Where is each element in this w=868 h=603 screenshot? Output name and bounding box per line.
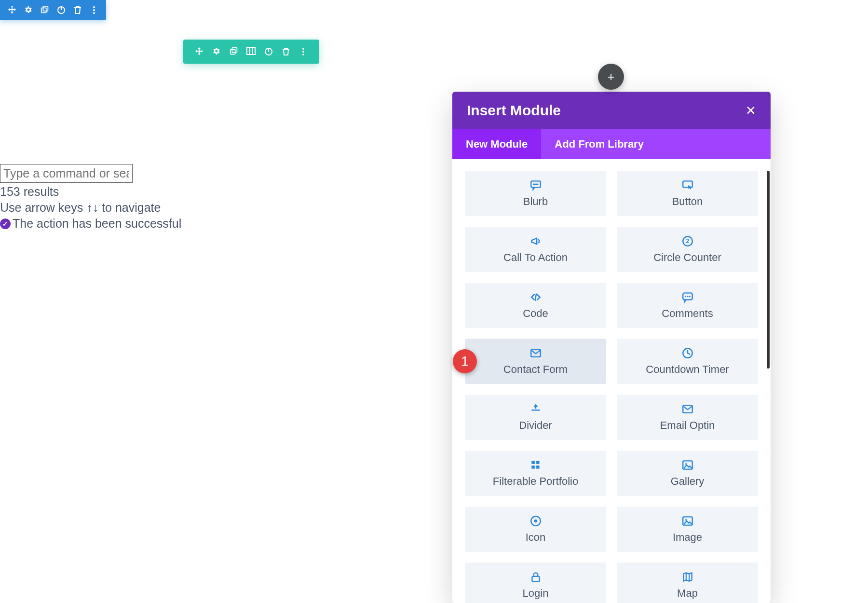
move-icon[interactable] bbox=[7, 5, 17, 15]
module-item-comments[interactable]: Comments bbox=[617, 283, 758, 328]
module-label: Login bbox=[523, 587, 549, 600]
results-count: 153 results bbox=[0, 185, 181, 199]
trash-icon[interactable] bbox=[72, 5, 83, 15]
module-label: Button bbox=[672, 195, 703, 208]
modal-title: Insert Module bbox=[467, 102, 561, 119]
trash-icon[interactable] bbox=[281, 46, 291, 57]
module-label: Code bbox=[523, 307, 548, 320]
section-toolbar bbox=[0, 0, 106, 20]
check-circle-icon: ✓ bbox=[0, 219, 11, 229]
nav-hint: Use arrow keys ↑↓ to navigate bbox=[0, 201, 181, 215]
row-toolbar bbox=[183, 40, 319, 64]
duplicate-icon[interactable] bbox=[229, 46, 239, 57]
comment-dots-icon bbox=[681, 291, 694, 303]
module-item-contact-form[interactable]: Contact Form bbox=[465, 339, 606, 384]
message-square-icon bbox=[529, 179, 542, 192]
more-icon[interactable] bbox=[298, 46, 309, 57]
close-icon[interactable]: ✕ bbox=[746, 103, 756, 118]
grid-icon bbox=[529, 459, 542, 471]
module-label: Gallery bbox=[671, 475, 705, 488]
module-label: Filterable Portfolio bbox=[493, 475, 578, 488]
success-text: The action has been successful bbox=[13, 217, 181, 231]
clock-icon bbox=[681, 347, 694, 359]
module-item-code[interactable]: Code bbox=[465, 283, 606, 328]
map-icon bbox=[681, 571, 694, 583]
gear-icon[interactable] bbox=[23, 5, 34, 15]
modal-body: BlurbButtonCall To ActionCircle CounterC… bbox=[452, 159, 771, 603]
module-label: Comments bbox=[662, 307, 713, 320]
duplicate-icon[interactable] bbox=[40, 5, 50, 15]
module-item-map[interactable]: Map bbox=[617, 562, 758, 603]
module-label: Contact Form bbox=[503, 363, 568, 376]
power-icon[interactable] bbox=[56, 5, 67, 15]
module-item-call-to-action[interactable]: Call To Action bbox=[465, 227, 606, 272]
more-icon[interactable] bbox=[89, 5, 99, 15]
gear-icon[interactable] bbox=[211, 46, 222, 57]
megaphone-icon bbox=[529, 235, 542, 247]
module-item-circle-counter[interactable]: Circle Counter bbox=[617, 227, 758, 272]
module-item-filterable-portfolio[interactable]: Filterable Portfolio bbox=[465, 451, 606, 496]
target-icon bbox=[529, 515, 542, 527]
module-label: Icon bbox=[526, 531, 546, 544]
pointer-button-icon bbox=[681, 179, 694, 192]
module-label: Call To Action bbox=[503, 251, 568, 264]
lock-icon bbox=[529, 571, 542, 583]
command-block: 153 results Use arrow keys ↑↓ to navigat… bbox=[0, 164, 181, 231]
module-grid: BlurbButtonCall To ActionCircle CounterC… bbox=[465, 171, 758, 603]
scrollbar[interactable] bbox=[767, 171, 770, 369]
module-label: Map bbox=[677, 587, 698, 600]
module-item-icon[interactable]: Icon bbox=[465, 507, 606, 552]
image-icon bbox=[681, 515, 694, 527]
module-item-button[interactable]: Button bbox=[617, 171, 758, 216]
command-input[interactable] bbox=[0, 164, 133, 183]
callout-badge: 1 bbox=[453, 349, 477, 373]
tab-new-module[interactable]: New Module bbox=[452, 129, 541, 159]
module-item-image[interactable]: Image bbox=[617, 507, 758, 552]
power-icon[interactable] bbox=[263, 46, 274, 57]
columns-icon[interactable] bbox=[246, 46, 257, 57]
modal-header: Insert Module ✕ bbox=[452, 92, 771, 129]
mail-icon bbox=[529, 347, 542, 359]
add-module-button[interactable]: + bbox=[598, 64, 624, 90]
module-label: Divider bbox=[519, 419, 552, 432]
image-icon bbox=[681, 459, 694, 471]
module-label: Blurb bbox=[523, 195, 548, 208]
success-message: ✓ The action has been successful bbox=[0, 217, 181, 231]
insert-module-modal: Insert Module ✕ New Module Add From Libr… bbox=[452, 92, 771, 603]
divider-icon bbox=[529, 403, 542, 415]
module-item-email-optin[interactable]: Email Optin bbox=[617, 395, 758, 440]
mail-icon bbox=[681, 403, 694, 415]
modal-tabs: New Module Add From Library bbox=[452, 129, 771, 159]
module-item-divider[interactable]: Divider bbox=[465, 395, 606, 440]
module-label: Circle Counter bbox=[653, 251, 721, 264]
module-label: Image bbox=[673, 531, 702, 544]
module-label: Email Optin bbox=[660, 419, 715, 432]
move-icon[interactable] bbox=[194, 46, 204, 57]
module-item-blurb[interactable]: Blurb bbox=[465, 171, 606, 216]
code-icon bbox=[529, 291, 542, 303]
circle-number-icon bbox=[681, 235, 694, 247]
module-label: Countdown Timer bbox=[646, 363, 729, 376]
module-item-countdown-timer[interactable]: Countdown Timer bbox=[617, 339, 758, 384]
module-item-login[interactable]: Login bbox=[465, 562, 606, 603]
module-item-gallery[interactable]: Gallery bbox=[617, 451, 758, 496]
tab-add-from-library[interactable]: Add From Library bbox=[541, 129, 657, 159]
